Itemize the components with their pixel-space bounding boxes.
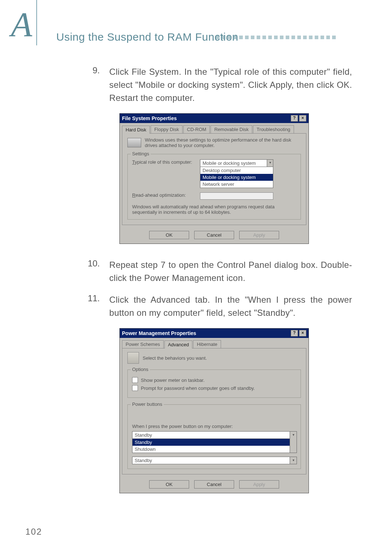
tab-hard-disk[interactable]: Hard Disk (122, 126, 150, 134)
combo-selected: Standby (135, 432, 152, 438)
page-number: 102 (25, 527, 42, 537)
combo-selected: Mobile or docking system (203, 160, 256, 166)
dialog-intro-text: Windows uses these settings to optimize … (145, 137, 301, 148)
step-text: Click File System. In the "Typical role … (109, 65, 352, 105)
cancel-button[interactable]: Cancel (194, 480, 234, 489)
chevron-down-icon[interactable]: ▾ (267, 160, 273, 167)
chevron-down-icon[interactable]: ▾ (290, 432, 297, 453)
disk-icon (127, 138, 141, 147)
tab-hibernate[interactable]: Hibernate (193, 340, 221, 348)
tab-troubleshooting[interactable]: Troubleshooting (253, 125, 294, 133)
combo-option[interactable]: Network server (200, 181, 273, 188)
power-button-prompt: When I press the power button on my comp… (132, 424, 296, 429)
tab-removable-disk[interactable]: Removable Disk (211, 125, 252, 133)
dialog-title: File System Properties (122, 115, 177, 121)
group-power-buttons-label: Power buttons (131, 401, 164, 407)
step-number: 10. (76, 258, 109, 285)
cancel-button[interactable]: Cancel (194, 231, 234, 239)
apply-button[interactable]: Apply (239, 231, 279, 239)
section-title: Using the Suspend to RAM Function (56, 31, 238, 43)
header-dots (216, 36, 336, 39)
group-settings-label: Settings (131, 151, 151, 156)
combo-selected: Standby (135, 458, 152, 463)
figure-file-system-properties: File System Properties ? × Hard Disk Flo… (119, 113, 309, 244)
combo-option-selected[interactable]: Mobile or docking system (200, 174, 273, 181)
group-options-label: Options (131, 367, 150, 372)
combo-option[interactable]: Desktop computer (200, 167, 273, 174)
step-text: Repeat step 7 to open the Control Panel … (109, 258, 352, 285)
checkbox-prompt-password[interactable] (132, 385, 138, 391)
combo-option-selected[interactable]: Standby (132, 439, 297, 446)
help-button[interactable]: ? (291, 115, 298, 122)
checkbox-show-power-meter[interactable] (132, 377, 138, 383)
typical-role-label: Typical role of this computer: (132, 159, 196, 165)
read-ahead-slider[interactable] (200, 192, 273, 200)
figure-power-management-properties: Power Management Properties ? × Power Sc… (119, 328, 309, 493)
help-button[interactable]: ? (291, 330, 298, 336)
appendix-mark: A (11, 7, 32, 42)
combo-option[interactable]: Shutdown (132, 446, 297, 453)
step-text: Click the Advanced tab. In the "When I p… (109, 293, 352, 319)
header-rule (36, 0, 37, 45)
tab-advanced[interactable]: Advanced (164, 340, 193, 348)
read-ahead-note: Windows will automatically read ahead wh… (132, 204, 296, 215)
ok-button[interactable]: OK (149, 231, 189, 239)
dialog-title: Power Management Properties (122, 330, 196, 336)
chevron-down-icon[interactable]: ▾ (290, 457, 297, 464)
dialog-intro-text: Select the behaviors you want. (143, 355, 207, 361)
ok-button[interactable]: OK (149, 480, 189, 489)
read-ahead-label: Read-ahead optimization: (132, 192, 196, 198)
power-button-action-combo[interactable]: Standby ▾ Standby Shutdown (132, 431, 297, 453)
step-number: 9. (76, 65, 109, 105)
checkbox-label: Prompt for password when computer goes o… (141, 385, 255, 391)
apply-button[interactable]: Apply (239, 480, 279, 489)
tab-power-schemes[interactable]: Power Schemes (122, 340, 164, 348)
tab-floppy-disk[interactable]: Floppy Disk (151, 125, 183, 133)
step-number: 11. (76, 293, 109, 319)
typical-role-combo[interactable]: Mobile or docking system ▾ Desktop compu… (200, 159, 273, 188)
tab-cd-rom[interactable]: CD-ROM (183, 125, 210, 133)
checkbox-label: Show power meter on taskbar. (141, 378, 205, 383)
power-plug-icon (127, 352, 139, 364)
sleep-button-action-combo[interactable]: Standby ▾ (132, 457, 297, 464)
close-button[interactable]: × (299, 115, 306, 122)
close-button[interactable]: × (299, 330, 306, 336)
